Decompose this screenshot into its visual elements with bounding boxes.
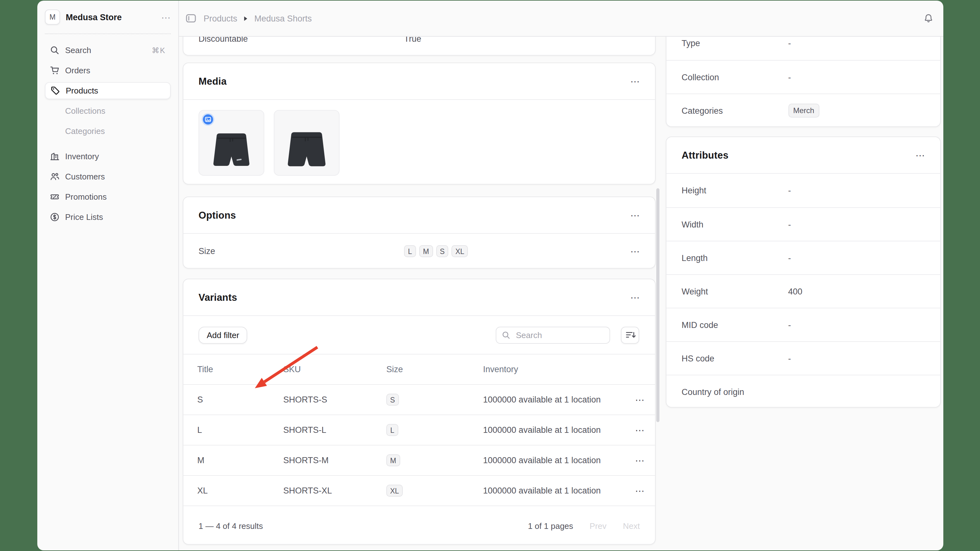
sidebar-item-categories[interactable]: Categories (45, 122, 171, 140)
sidebar-item-price-lists[interactable]: Price Lists (45, 208, 171, 225)
store-menu-button[interactable]: ⋯ (161, 12, 171, 22)
sidebar-nav: Search ⌘K Orders Products Collection (37, 34, 178, 229)
field-label: Length (682, 253, 788, 262)
variant-inventory: 1000000 available at 1 location (483, 486, 625, 495)
sort-button[interactable] (621, 326, 639, 343)
variant-row-l[interactable]: L SHORTS-L L 1000000 available at 1 loca… (183, 415, 655, 445)
shorts-image (282, 130, 332, 173)
sidebar-item-label: Categories (65, 126, 105, 136)
screen: M Medusa Store ⋯ Search ⌘K Orders (0, 0, 980, 551)
option-row-size: Size L M S XL ⋯ (183, 234, 655, 268)
variants-filter-bar: Add filter (183, 316, 655, 354)
scrollbar-thumb[interactable] (656, 188, 659, 422)
field-label: Width (682, 219, 788, 229)
attributes-title: Attributes (682, 149, 729, 161)
sidebar-item-collections[interactable]: Collections (45, 102, 171, 119)
variant-inventory: 1000000 available at 1 location (483, 395, 625, 404)
col-header-sku: SKU (283, 365, 386, 374)
search-icon (50, 46, 59, 55)
variant-sku: SHORTS-L (283, 425, 386, 435)
products-tag-icon (51, 86, 60, 95)
variants-menu-button[interactable]: ⋯ (630, 292, 640, 302)
variant-row-menu-button[interactable]: ⋯ (625, 485, 655, 496)
prev-page-button[interactable]: Prev (590, 521, 606, 530)
field-label: Country of origin (682, 387, 788, 397)
option-values: L M S XL (404, 245, 468, 257)
add-filter-button[interactable]: Add filter (199, 326, 248, 343)
media-thumbnail-2[interactable] (274, 110, 339, 176)
variant-sku: SHORTS-M (283, 456, 386, 465)
field-label: HS code (682, 354, 788, 363)
store-avatar: M (45, 10, 60, 25)
sidebar-item-label: Orders (65, 66, 90, 75)
sidebar-item-search[interactable]: Search ⌘K (45, 42, 171, 59)
sidebar-item-promotions[interactable]: Promotions (45, 188, 171, 205)
variant-row-s[interactable]: S SHORTS-S S 1000000 available at 1 loca… (183, 385, 655, 415)
sidebar-item-products[interactable]: Products (45, 82, 171, 99)
attributes-menu-button[interactable]: ⋯ (915, 150, 925, 160)
field-row-type: Type - (667, 37, 940, 60)
notifications-bell-icon[interactable] (923, 13, 934, 24)
customers-people-icon (50, 172, 59, 181)
size-chip: M (419, 245, 433, 257)
sidebar-toggle-icon[interactable] (186, 14, 196, 23)
field-value: - (788, 253, 791, 262)
sidebar-item-label: Collections (65, 106, 105, 116)
variant-size-chip: L (386, 424, 398, 436)
options-menu-button[interactable]: ⋯ (630, 210, 640, 220)
sidebar-item-label: Products (66, 86, 98, 95)
store-switcher[interactable]: M Medusa Store ⋯ (37, 3, 178, 31)
variant-size-chip: XL (386, 485, 403, 497)
sidebar-item-label: Promotions (65, 192, 107, 202)
field-value: - (788, 219, 791, 229)
center-column: Discountable True Media ⋯ (183, 37, 655, 550)
variant-size-chip: M (386, 454, 400, 466)
attributes-card: Attributes ⋯ Height - Width - Length (666, 137, 941, 408)
variant-sku: SHORTS-XL (283, 486, 386, 495)
options-card: Options ⋯ Size L M S XL ⋯ (183, 197, 655, 268)
field-value: 400 (788, 287, 802, 296)
sidebar-item-inventory[interactable]: Inventory (45, 148, 171, 165)
media-gallery (183, 100, 655, 184)
topbar: Products Medusa Shorts (179, 1, 943, 37)
variant-inventory: 1000000 available at 1 location (483, 425, 625, 435)
breadcrumb-chevron-icon (244, 16, 248, 21)
variant-row-menu-button[interactable]: ⋯ (625, 424, 655, 436)
side-column: Type - Collection - Categories Merch (666, 37, 941, 550)
search-shortcut: ⌘K (152, 46, 165, 55)
sidebar-item-label: Inventory (65, 152, 99, 161)
variant-row-m[interactable]: M SHORTS-M M 1000000 available at 1 loca… (183, 445, 655, 476)
variant-row-menu-button[interactable]: ⋯ (625, 394, 655, 405)
variant-title: S (197, 395, 283, 404)
variant-row-xl[interactable]: XL SHORTS-XL XL 1000000 available at 1 l… (183, 476, 655, 506)
breadcrumb-products[interactable]: Products (204, 14, 237, 23)
store-name: Medusa Store (66, 12, 122, 22)
field-row-mid-code: MID code - (667, 308, 940, 341)
category-badge[interactable]: Merch (788, 104, 819, 118)
field-row-country-of-origin: Country of origin (667, 375, 940, 408)
breadcrumb-current: Medusa Shorts (255, 14, 312, 23)
variants-search-box[interactable] (496, 326, 610, 343)
field-row-categories: Categories Merch (667, 94, 940, 127)
next-page-button[interactable]: Next (623, 521, 640, 530)
field-value: - (788, 38, 791, 48)
sidebar-item-orders[interactable]: Orders (45, 62, 171, 79)
field-row-width: Width - (667, 207, 940, 241)
field-value: - (788, 354, 791, 363)
variants-table-header: Title SKU Size Inventory (183, 354, 655, 385)
field-value: - (788, 186, 791, 195)
content-scroll-area[interactable]: Discountable True Media ⋯ (179, 37, 943, 550)
media-thumbnail-1[interactable] (199, 110, 264, 176)
field-label: Discountable (199, 37, 404, 44)
inventory-building-icon (50, 152, 59, 161)
orders-cart-icon (50, 66, 59, 75)
variant-row-menu-button[interactable]: ⋯ (625, 455, 655, 466)
media-menu-button[interactable]: ⋯ (630, 76, 640, 86)
variant-sku: SHORTS-S (283, 395, 386, 404)
search-input[interactable] (515, 330, 604, 340)
page-count: 1 of 1 pages (528, 521, 573, 530)
col-header-inventory: Inventory (483, 365, 625, 374)
sidebar-item-customers[interactable]: Customers (45, 168, 171, 185)
option-row-menu-button[interactable]: ⋯ (630, 246, 640, 256)
option-label: Size (199, 246, 404, 256)
